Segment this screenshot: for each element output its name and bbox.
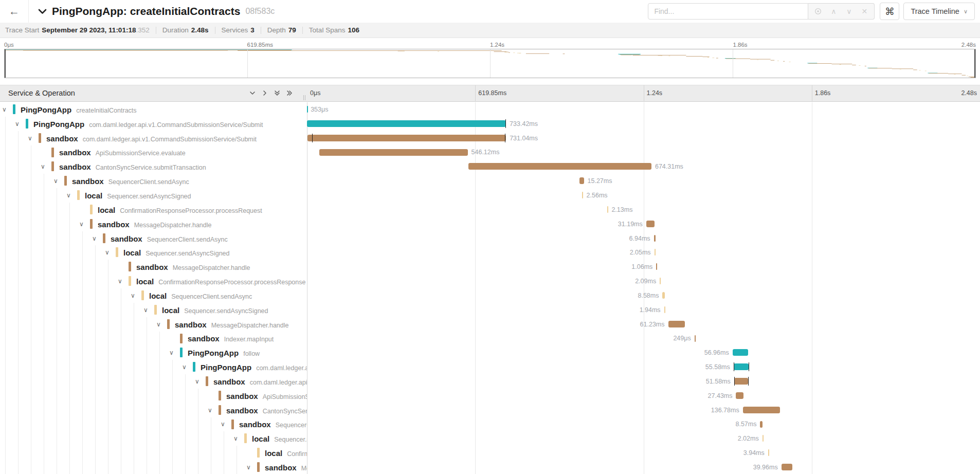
span-name-cell[interactable]: ∨ sandboxSequencerClient.sendAsync xyxy=(0,231,307,246)
span-expand-chevron-icon[interactable]: ∨ xyxy=(156,321,161,328)
span-expand-chevron-icon[interactable]: ∨ xyxy=(41,163,45,170)
span-duration-bar[interactable] xyxy=(582,192,583,198)
span-name-cell[interactable]: ∨ sandboxCantonSyncService.submitTransac… xyxy=(0,159,307,174)
service-name[interactable]: localConfirmationResponseProcessor.proce… xyxy=(136,277,305,286)
service-name[interactable]: sandboxSequencerClient.sendAsync xyxy=(111,234,228,243)
span-timeline-cell[interactable]: 6.94ms xyxy=(307,231,980,246)
span-expand-chevron-icon[interactable]: ∨ xyxy=(15,120,20,127)
trace-minimap[interactable] xyxy=(4,49,976,78)
service-name[interactable]: localSequencer.sendAsyncSigned xyxy=(123,248,230,257)
service-name[interactable]: PingPongAppcreateInitialContracts xyxy=(21,105,137,114)
span-row[interactable]: ∨ localSequencer.sendAsyncSigned 2.05ms xyxy=(0,245,980,260)
span-duration-bar[interactable] xyxy=(768,449,769,456)
span-duration-bar[interactable] xyxy=(655,249,656,256)
span-timeline-cell[interactable]: 1.94ms xyxy=(307,303,980,317)
span-duration-bar[interactable] xyxy=(307,135,506,141)
span-name-cell[interactable]: ∨ localSequencer.sendAsyncSigned xyxy=(0,245,307,260)
span-duration-bar[interactable] xyxy=(734,363,749,370)
service-name[interactable]: PingPongAppcom.daml.ledger.api.v1.Comman… xyxy=(33,119,263,128)
span-duration-bar[interactable] xyxy=(743,407,780,413)
span-row[interactable]: ∨ sandboxSequencerCli… 8.57ms xyxy=(0,417,980,432)
span-name-cell[interactable]: ∨ PingPongAppfollow xyxy=(0,345,307,360)
span-row[interactable]: ∨ localSequencer.sendAsyncSigned 2.56ms xyxy=(0,188,980,203)
span-timeline-cell[interactable]: 3.94ms xyxy=(307,446,980,460)
span-timeline-cell[interactable]: 731.04ms xyxy=(307,131,980,145)
span-row[interactable]: ∨ localSequencer.se… 2.02ms xyxy=(0,431,980,446)
service-name[interactable]: sandboxMessageDispatcher.handle xyxy=(136,263,250,271)
minimap-left-scrubber-handle[interactable] xyxy=(5,49,6,78)
span-expand-chevron-icon[interactable]: ∨ xyxy=(169,349,174,356)
span-expand-chevron-icon[interactable]: ∨ xyxy=(118,278,122,285)
span-expand-chevron-icon[interactable]: ∨ xyxy=(221,421,225,428)
service-name[interactable]: PingPongAppcom.daml.ledger.api.v… xyxy=(201,363,307,372)
minimap-right-scrubber-handle[interactable] xyxy=(974,49,975,78)
span-timeline-cell[interactable]: 55.58ms xyxy=(307,360,980,374)
service-name[interactable]: sandboxApiSubmissionService.evaluate xyxy=(59,148,186,157)
service-name[interactable]: localSequencer.sendAsyncSigned xyxy=(162,305,268,314)
span-expand-chevron-icon[interactable]: ∨ xyxy=(131,292,135,299)
span-row[interactable]: ∨ PingPongAppcom.daml.ledger.api.v… 55.5… xyxy=(0,360,980,374)
span-expand-chevron-icon[interactable]: ∨ xyxy=(182,363,187,371)
service-name[interactable]: localSequencer.se… xyxy=(252,434,307,443)
span-row[interactable]: ∨ sandboxSequencerClient.sendAsync 15.27… xyxy=(0,174,980,188)
span-timeline-cell[interactable]: 1.06ms xyxy=(307,260,980,274)
span-name-cell[interactable]: ∨ sandboxcom.daml.ledger.api.v1.… xyxy=(0,374,307,389)
span-expand-chevron-icon[interactable]: ∨ xyxy=(208,407,212,414)
span-name-cell[interactable]: ∨ PingPongAppcom.daml.ledger.api.v1.Comm… xyxy=(0,117,307,131)
span-name-cell[interactable]: ∨ localConfirmationResponseProcessor.pro… xyxy=(0,274,307,288)
span-name-cell[interactable]: ∨ sandboxMessageDispatcher.handle xyxy=(0,317,307,332)
span-duration-bar[interactable] xyxy=(607,206,608,213)
service-name[interactable]: localSequencerClient.sendAsync xyxy=(149,291,252,300)
span-name-cell[interactable]: sandboxApiSubmissionSer… xyxy=(0,389,307,403)
span-duration-bar[interactable] xyxy=(664,306,665,313)
span-expand-chevron-icon[interactable]: ∨ xyxy=(28,135,32,142)
span-timeline-cell[interactable]: 674.31ms xyxy=(307,159,980,174)
span-row[interactable]: ∨ sandboxCantonSyncService.submitTransac… xyxy=(0,159,980,174)
service-name[interactable]: sandboxcom.daml.ledger.api.v1.… xyxy=(213,377,307,386)
span-duration-bar[interactable] xyxy=(736,392,743,399)
span-row[interactable]: ∨ sandboxcom.daml.ledger.api.v1.… 51.58m… xyxy=(0,374,980,389)
span-row[interactable]: ∨ sandboxMes… 39.96ms xyxy=(0,460,980,474)
span-expand-chevron-icon[interactable]: ∨ xyxy=(92,235,97,242)
span-expand-chevron-icon[interactable]: ∨ xyxy=(53,177,58,185)
span-timeline-cell[interactable]: 546.12ms xyxy=(307,145,980,160)
span-timeline-cell[interactable]: 136.78ms xyxy=(307,403,980,417)
span-name-cell[interactable]: ∨ localSequencer.se… xyxy=(0,431,307,446)
column-resize-grip[interactable] xyxy=(302,95,305,100)
span-row[interactable]: localConfirmationResponseProcessor.proce… xyxy=(0,203,980,217)
service-name[interactable]: sandboxMes… xyxy=(265,463,307,472)
span-duration-bar[interactable] xyxy=(782,464,792,470)
service-name[interactable]: sandboxCantonSyncServic… xyxy=(226,406,307,414)
span-timeline-cell[interactable]: 27.43ms xyxy=(307,389,980,403)
span-duration-bar[interactable] xyxy=(307,106,308,113)
clear-find-icon[interactable]: ✕ xyxy=(857,4,872,19)
service-name[interactable]: sandboxIndexer.mapInput xyxy=(188,334,274,343)
span-row[interactable]: ∨ sandboxCantonSyncServic… 136.78ms xyxy=(0,403,980,417)
service-name[interactable]: localSequencer.sendAsyncSigned xyxy=(85,191,191,199)
span-name-cell[interactable]: ∨ sandboxSequencerClient.sendAsync xyxy=(0,174,307,188)
span-timeline-cell[interactable]: 733.42ms xyxy=(307,117,980,131)
span-timeline-cell[interactable]: 2.05ms xyxy=(307,245,980,260)
span-duration-bar[interactable] xyxy=(668,321,685,327)
span-expand-chevron-icon[interactable]: ∨ xyxy=(2,106,7,113)
span-row[interactable]: ∨ sandboxMessageDispatcher.handle 31.19m… xyxy=(0,217,980,231)
span-name-cell[interactable]: sandboxMessageDispatcher.handle xyxy=(0,260,307,274)
span-row[interactable]: ∨ PingPongAppcreateInitialContracts 353μ… xyxy=(0,102,980,117)
span-duration-bar[interactable] xyxy=(579,177,584,184)
span-duration-bar[interactable] xyxy=(763,435,764,442)
span-name-cell[interactable]: sandboxIndexer.mapInput xyxy=(0,332,307,346)
span-row[interactable]: sandboxApiSubmissionSer… 27.43ms xyxy=(0,389,980,403)
span-duration-bar[interactable] xyxy=(468,163,651,170)
span-row[interactable]: ∨ PingPongAppfollow 56.96ms xyxy=(0,345,980,360)
span-row[interactable]: ∨ localSequencerClient.sendAsync 8.58ms xyxy=(0,288,980,303)
span-timeline-cell[interactable]: 249μs xyxy=(307,332,980,346)
keyboard-shortcuts-button[interactable]: ⌘ xyxy=(880,3,899,20)
span-name-cell[interactable]: ∨ sandboxCantonSyncServic… xyxy=(0,403,307,417)
span-row[interactable]: sandboxApiSubmissionService.evaluate 546… xyxy=(0,145,980,160)
span-timeline-cell[interactable]: 56.96ms xyxy=(307,345,980,360)
span-expand-chevron-icon[interactable]: ∨ xyxy=(233,435,238,442)
span-row[interactable]: ∨ sandboxcom.daml.ledger.api.v1.CommandS… xyxy=(0,131,980,145)
service-name[interactable]: sandboxSequencerCli… xyxy=(239,420,307,429)
next-match-chevron-down-icon[interactable]: ∨ xyxy=(841,4,857,19)
trace-collapse-chevron-icon[interactable] xyxy=(38,8,47,14)
